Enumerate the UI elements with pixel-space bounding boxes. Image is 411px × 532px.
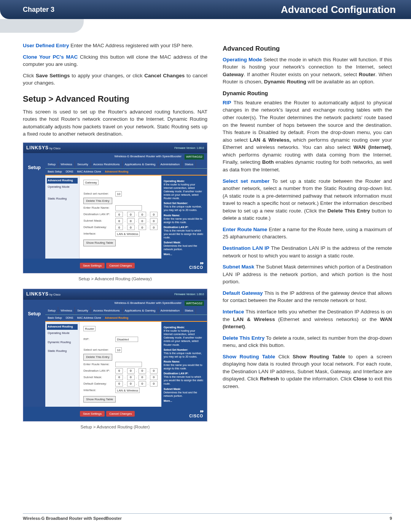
- para-default-gateway: Default Gateway This is the IP address o…: [223, 289, 392, 304]
- header-title: Advanced Configuration: [281, 4, 396, 16]
- para-show-routing-table: Show Routing Table Click Show Routing Ta…: [223, 353, 392, 390]
- section-heading: Setup > Advanced Routing: [23, 93, 207, 105]
- page-number: 9: [390, 516, 392, 521]
- page-footer: Wireless-G Broadband Router with SpeedBo…: [23, 513, 392, 521]
- caption-gateway: Setup > Advanced Routing (Gateway): [23, 276, 207, 282]
- para-user-defined: User Defined Entry Enter the MAC Address…: [23, 42, 207, 50]
- shot-nav-current: Setup: [23, 161, 45, 259]
- delete-entry-button[interactable]: Delete This Entry: [83, 198, 112, 204]
- chapter-label: Chapter 3: [23, 6, 54, 14]
- para-rip: RIP This feature enables the Router to a…: [223, 99, 392, 174]
- save-button[interactable]: Save Settings: [80, 263, 105, 268]
- para-destination-lan-ip: Destination LAN IP The Destination LAN I…: [223, 244, 392, 259]
- para-enter-route-name: Enter Route Name Enter a name for the Ro…: [223, 226, 392, 241]
- para-subnet-mask: Subnet Mask The Subnet Mask determines w…: [223, 263, 392, 286]
- section-intro: This screen is used to set up the Router…: [23, 108, 207, 138]
- para-select-set: Select set number To set up a static rou…: [223, 177, 392, 222]
- right-column: Advanced Routing Operating Mode Select t…: [223, 42, 392, 437]
- heading-advanced-routing: Advanced Routing: [223, 44, 392, 54]
- label-clone-mac: Clone Your PC's MAC: [23, 54, 78, 60]
- show-routing-table-button[interactable]: Show Routing Table: [83, 240, 116, 246]
- label-user-defined: User Defined Entry: [23, 43, 69, 48]
- para-save-cancel: Click Save Settings to apply your change…: [23, 72, 207, 87]
- para-delete-entry: Delete This Entry To delete a route, sel…: [223, 334, 392, 349]
- screenshot-gateway: LINKSYS by Cisco Firmware Version: 1.00.…: [23, 142, 207, 273]
- shot-main-tabs: Setup Wireless Security Access Restricti…: [45, 161, 207, 169]
- opmode-select[interactable]: Gateway: [83, 180, 99, 185]
- cancel-button[interactable]: Cancel Changes: [106, 263, 135, 268]
- para-clone-mac: Clone Your PC's MAC Clicking this button…: [23, 53, 207, 68]
- para-operating-mode: Operating Mode Select the mode in which …: [223, 56, 392, 86]
- screenshot-router: LINKSYS by Cisco Firmware Version: 1.00.…: [23, 289, 207, 422]
- left-column: User Defined Entry Enter the MAC Address…: [23, 42, 207, 437]
- heading-dynamic-routing: Dynamic Routing: [223, 89, 392, 97]
- para-interface: Interface This interface tells you wheth…: [223, 308, 392, 331]
- caption-router: Setup > Advanced Routing (Router): [23, 424, 207, 430]
- shot-sub-tabs: Basic Setup DDNS MAC Address Clone Advan…: [45, 169, 207, 176]
- logo-text: LINKSYS: [26, 145, 49, 150]
- footer-product: Wireless-G Broadband Router with SpeedBo…: [23, 516, 122, 521]
- page-header: Chapter 3 Advanced Configuration: [0, 0, 411, 19]
- header-tab-corner: [0, 19, 84, 33]
